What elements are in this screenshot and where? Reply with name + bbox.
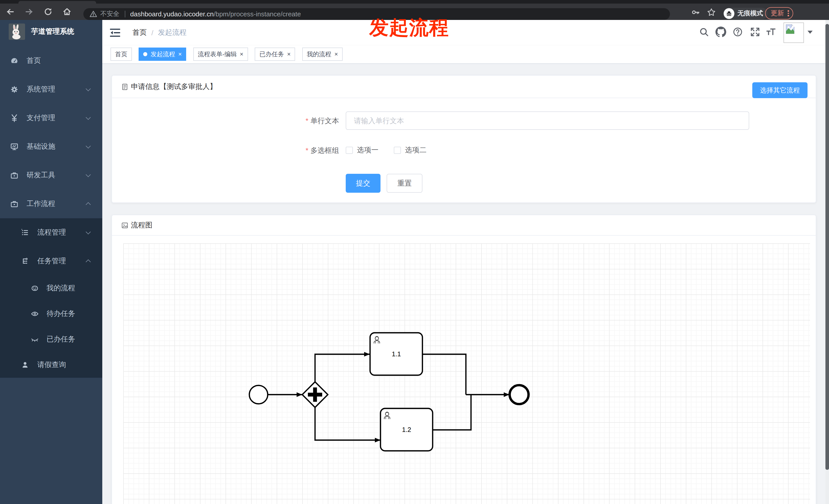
chevron-down-icon [86,229,91,234]
tab-label: 我的流程 [307,50,331,59]
incognito-label: 无痕模式 [737,9,763,18]
font-size-icon[interactable] [766,27,776,37]
close-icon[interactable]: × [240,51,244,57]
sidebar-item-label: 请假查询 [37,360,66,370]
tab-start-process[interactable]: 发起流程× [139,47,186,61]
toolbox-icon [10,200,19,208]
chevron-up-icon [86,202,91,207]
github-icon[interactable] [716,27,726,37]
sidebar-item-leave-query[interactable]: 请假查询 [0,352,102,378]
forward-icon[interactable] [25,7,34,16]
field-label-text: 单行文本 [311,117,339,125]
breadcrumb: 首页 / 发起流程 [133,20,187,45]
checkbox-option-2[interactable] [394,147,401,154]
field-label-single-text: *单行文本 [112,111,339,130]
incognito-icon [724,8,734,19]
not-secure-label[interactable]: 不安全 [100,9,119,18]
tab-my-process[interactable]: 我的流程× [302,47,343,61]
close-icon[interactable]: × [334,51,338,57]
app-logo-rabbit [9,24,25,40]
browser-tab[interactable] [19,1,96,4]
workflow-submenu: 流程管理 任务管理 我的流程 待办任务 已办任务 请假 [0,218,102,378]
sidebar-item-label: 工作流程 [27,199,55,208]
select-other-process-button[interactable]: 选择其它流程 [752,82,807,98]
checkbox-option-1[interactable] [346,147,353,154]
card-header: 申请信息【测试多审批人】 [112,76,816,98]
app-logo-row[interactable]: 芋道管理系统 [0,20,102,43]
sidebar-item-my-process[interactable]: 我的流程 [0,275,102,301]
sidebar-item-workflow[interactable]: 工作流程 [0,190,102,218]
sidebar-item-system[interactable]: 系统管理 [0,75,102,104]
reload-icon[interactable] [43,7,53,16]
sidebar-item-task-mgmt[interactable]: 任务管理 [0,247,102,275]
back-icon[interactable] [6,7,15,16]
flow-gateway-to-task2 [315,408,381,440]
breadcrumb-separator: / [151,29,153,37]
bpmn-canvas[interactable]: 1.1 1.2 [123,243,810,504]
breadcrumb-current: 发起流程 [158,28,187,37]
sidebar-item-label: 流程管理 [37,228,66,237]
sidebar-item-devtools[interactable]: 研发工具 [0,161,102,190]
tab-label: 已办任务 [259,50,284,59]
picture-icon [121,222,129,229]
sidebar-item-process-mgmt[interactable]: 流程管理 [0,218,102,247]
fullscreen-icon[interactable] [750,27,760,37]
close-icon[interactable]: × [287,51,291,57]
field-label-checkbox-group: *多选框组 [112,141,339,159]
card-title: 申请信息【测试多审批人】 [131,82,217,91]
checkbox-label[interactable]: 选项一 [357,146,379,155]
scrollbar[interactable] [825,20,829,504]
tab-process-form-edit[interactable]: 流程表单-编辑× [193,47,248,61]
tab-done-tasks[interactable]: 已办任务× [255,47,295,61]
required-mark: * [305,146,309,154]
bpmn-diagram: 1.1 1.2 [123,243,810,504]
avatar-caret-icon[interactable] [807,31,813,34]
sidebar-item-label: 支付管理 [27,114,55,123]
chevron-down-icon [86,86,91,91]
checkbox-label[interactable]: 选项二 [405,146,427,155]
document-icon [121,83,129,90]
page-header: 首页 / 发起流程 [102,20,825,45]
chevron-down-icon [86,115,91,120]
user-icon [21,361,29,369]
flow-gateway-to-task1 [315,354,370,382]
key-icon[interactable] [691,8,700,17]
reset-button[interactable]: 重置 [387,174,423,193]
submit-button[interactable]: 提交 [346,174,381,193]
main-content: 申请信息【测试多审批人】 选择其它流程 *单行文本 *多选框组 选项一 选项二 … [102,64,825,504]
checkbox-group: 选项一 选项二 [346,141,427,159]
browser-menu-icon[interactable] [788,10,789,16]
sidebar-item-label: 任务管理 [37,257,66,266]
sidebar-item-infra[interactable]: 基础设施 [0,132,102,161]
tab-home[interactable]: 首页 [110,47,132,61]
sidebar-item-label: 系统管理 [27,85,55,94]
incognito-badge: 无痕模式 [723,8,768,20]
url-path[interactable]: /bpm/process-instance/create [214,10,301,17]
close-icon[interactable]: × [178,51,182,57]
start-event-node[interactable] [249,385,268,404]
breadcrumb-home[interactable]: 首页 [133,28,147,37]
update-label[interactable]: 更新 [771,9,784,18]
search-icon[interactable] [699,27,709,37]
browser-update-button[interactable]: 更新 [765,7,793,20]
end-event-node[interactable] [510,385,529,404]
help-icon[interactable] [733,27,743,37]
sidebar-item-home[interactable]: 首页 [0,46,102,75]
sidebar-collapse-icon[interactable] [110,28,120,37]
chevron-up-icon [86,260,91,265]
sidebar-item-todo-tasks[interactable]: 待办任务 [0,301,102,326]
required-mark: * [305,117,309,125]
url-host[interactable]: dashboard.yudao.iocoder.cn [130,10,214,17]
flow-task2-out [433,395,471,430]
home-icon[interactable] [62,7,72,16]
bookmark-star-icon[interactable] [707,8,716,17]
single-text-input[interactable] [346,111,749,130]
org-tree-icon [21,257,29,265]
sidebar-item-payment[interactable]: 支付管理 [0,104,102,132]
task-label: 1.2 [402,426,411,433]
scrollbar-thumb[interactable] [825,24,829,470]
avatar[interactable] [784,23,804,43]
tab-label: 首页 [115,50,127,59]
sidebar-item-done-tasks[interactable]: 已办任务 [0,326,102,352]
flow-task1-out [423,354,466,395]
